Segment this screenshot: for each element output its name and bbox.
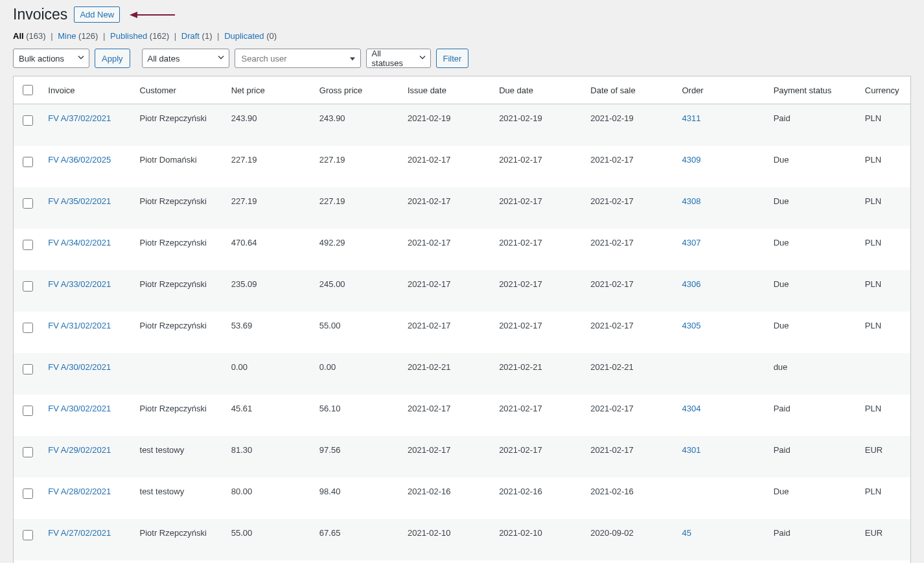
table-row: FV A/27/02/2021Piotr Rzepczyński55.0067.… xyxy=(14,519,911,560)
row-checkbox[interactable] xyxy=(23,406,33,416)
cell-gross: 227.19 xyxy=(313,187,401,229)
filter-mine[interactable]: Mine xyxy=(58,31,76,41)
cell-status: Due xyxy=(767,270,859,312)
cell-net: 55.00 xyxy=(225,519,313,560)
order-link[interactable]: 4308 xyxy=(682,196,700,206)
row-checkbox[interactable] xyxy=(23,281,33,292)
cell-sale: 2021-02-17 xyxy=(584,146,675,187)
cell-order xyxy=(675,353,767,395)
cell-issue: 2021-02-17 xyxy=(401,187,492,229)
row-checkbox[interactable] xyxy=(23,115,33,126)
column-invoice[interactable]: Invoice xyxy=(41,76,133,104)
order-link[interactable]: 4301 xyxy=(682,445,700,455)
column-date-of-sale[interactable]: Date of sale xyxy=(584,76,675,104)
row-checkbox[interactable] xyxy=(23,157,33,167)
cell-currency: PLN xyxy=(859,104,911,146)
row-checkbox[interactable] xyxy=(23,240,33,250)
cell-status: Due xyxy=(767,229,859,270)
filter-all[interactable]: All xyxy=(13,31,24,41)
invoice-link[interactable]: FV A/37/02/2021 xyxy=(48,113,111,123)
column-currency[interactable]: Currency xyxy=(859,76,911,104)
order-link[interactable]: 4304 xyxy=(682,404,700,413)
filter-all-count: (163) xyxy=(26,31,45,41)
cell-customer: test testowy xyxy=(133,477,225,519)
cell-currency: EUR xyxy=(859,519,911,560)
cell-currency: PLN xyxy=(859,229,911,270)
select-all-checkbox[interactable] xyxy=(23,85,33,95)
cell-sale: 2021-02-17 xyxy=(584,436,675,477)
table-row: FV A/36/02/2025Piotr Domański227.19227.1… xyxy=(14,146,911,187)
invoice-link[interactable]: FV A/36/02/2025 xyxy=(48,155,111,165)
order-link[interactable]: 4311 xyxy=(682,113,700,123)
date-filter-select[interactable]: All dates xyxy=(142,49,229,68)
invoice-link[interactable]: FV A/33/02/2021 xyxy=(48,279,111,289)
row-checkbox[interactable] xyxy=(23,364,33,374)
cell-issue: 2021-02-17 xyxy=(401,229,492,270)
filter-mine-count: (126) xyxy=(78,31,98,41)
row-checkbox[interactable] xyxy=(23,323,33,333)
search-user-input[interactable] xyxy=(240,53,355,64)
column-issue-date[interactable]: Issue date xyxy=(401,76,492,104)
cell-currency: PLN xyxy=(859,395,911,436)
invoice-link[interactable]: FV A/31/02/2021 xyxy=(48,321,111,330)
cell-customer: Piotr Rzepczyński xyxy=(133,395,225,436)
cell-customer: Piotr Rzepczyński xyxy=(133,270,225,312)
order-link[interactable]: 4309 xyxy=(682,155,700,165)
order-link[interactable]: 45 xyxy=(682,528,691,538)
table-row: FV A/35/02/2021Piotr Rzepczyński227.1922… xyxy=(14,187,911,229)
invoice-link[interactable]: FV A/29/02/2021 xyxy=(48,445,111,455)
invoice-link[interactable]: FV A/34/02/2021 xyxy=(48,238,111,247)
invoice-link[interactable]: FV A/28/02/2021 xyxy=(48,487,111,496)
table-row: FV A/29/02/2021test testowy81.3097.56202… xyxy=(14,436,911,477)
row-checkbox[interactable] xyxy=(23,447,33,457)
invoice-link[interactable]: FV A/35/02/2021 xyxy=(48,196,111,206)
column-net-price[interactable]: Net price xyxy=(225,76,313,104)
bulk-actions-select[interactable]: Bulk actions xyxy=(13,49,89,68)
add-new-button[interactable]: Add New xyxy=(74,6,120,23)
cell-net: 227.19 xyxy=(225,187,313,229)
cell-customer: Piotr Rzepczyński xyxy=(133,229,225,270)
arrow-left-icon xyxy=(130,10,175,19)
page-title: Invoices xyxy=(13,6,67,23)
cell-gross: 56.10 xyxy=(313,395,401,436)
cell-sale: 2021-02-17 xyxy=(584,187,675,229)
table-row: FV A/30/02/2021Piotr Rzepczyński45.6156.… xyxy=(14,395,911,436)
chevron-down-icon xyxy=(217,54,225,63)
cell-due: 2021-02-16 xyxy=(492,477,584,519)
cell-sale: 2020-09-02 xyxy=(584,519,675,560)
cell-issue: 2021-02-09 xyxy=(401,560,492,563)
cell-issue: 2021-02-10 xyxy=(401,519,492,560)
filter-draft[interactable]: Draft xyxy=(181,31,200,41)
order-link[interactable]: 4305 xyxy=(682,321,700,330)
table-row: FV A/33/02/2021Piotr Rzepczyński235.0924… xyxy=(14,270,911,312)
row-checkbox[interactable] xyxy=(23,488,33,499)
column-order[interactable]: Order xyxy=(675,76,767,104)
invoice-link[interactable]: FV A/30/02/2021 xyxy=(48,362,111,372)
column-due-date[interactable]: Due date xyxy=(492,76,584,104)
invoice-link[interactable]: FV A/27/02/2021 xyxy=(48,528,111,538)
order-link[interactable]: 4306 xyxy=(682,279,700,289)
cell-gross: 98.40 xyxy=(313,477,401,519)
column-customer[interactable]: Customer xyxy=(133,76,225,104)
cell-currency: PLN xyxy=(859,312,911,353)
filter-published[interactable]: Published xyxy=(110,31,147,41)
invoice-link[interactable]: FV A/30/02/2021 xyxy=(48,404,111,413)
cell-gross: 243.90 xyxy=(313,104,401,146)
status-filter-select[interactable]: All statuses xyxy=(366,49,431,68)
row-checkbox[interactable] xyxy=(23,530,33,540)
column-gross-price[interactable]: Gross price xyxy=(313,76,401,104)
row-checkbox[interactable] xyxy=(23,198,33,209)
table-row: FV A/37/02/2021Piotr Rzepczyński243.9024… xyxy=(14,104,911,146)
status-filter-label: All statuses xyxy=(372,49,413,68)
search-user-input-wrap[interactable] xyxy=(235,49,361,68)
filter-duplicated[interactable]: Duplicated xyxy=(224,31,264,41)
column-payment-status[interactable]: Payment status xyxy=(767,76,859,104)
cell-due: 2021-02-17 xyxy=(492,146,584,187)
order-link[interactable]: 4307 xyxy=(682,238,700,247)
cell-status: Paid xyxy=(767,560,859,563)
apply-button[interactable]: Apply xyxy=(95,49,130,68)
filter-button[interactable]: Filter xyxy=(436,49,469,68)
cell-due: 2021-02-10 xyxy=(492,519,584,560)
cell-issue: 2021-02-19 xyxy=(401,104,492,146)
cell-customer: test testowy xyxy=(133,560,225,563)
